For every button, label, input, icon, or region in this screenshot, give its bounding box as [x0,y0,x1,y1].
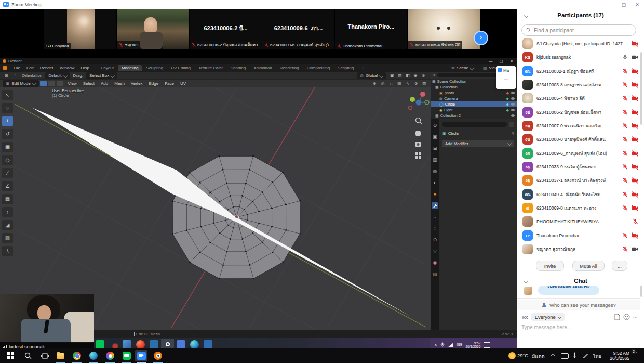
visibility-eye-icon[interactable] [511,114,515,117]
tool-settings-icon[interactable]: ▨ [397,73,403,79]
properties-tab-icon[interactable]: ◌ [432,225,438,232]
properties-options-icon[interactable] [509,122,514,127]
mic-muted-icon[interactable] [622,177,628,184]
tab-shading[interactable]: Shading [227,65,249,71]
participant-row[interactable]: 623410003-8 เจษฎาพร แสงสีงาม [517,78,640,92]
viewport-tool-button[interactable]: ↺ [2,129,13,139]
visibility-eye-icon[interactable] [511,103,515,106]
mic-muted-icon[interactable] [622,123,628,129]
pen-icon[interactable] [583,353,589,359]
camera-on-icon[interactable] [632,246,638,252]
video-tile[interactable]: ชญาดา สุธาวณิชกุล [117,9,190,49]
blender-close-button[interactable]: ✕ [506,59,517,63]
properties-tab-icon[interactable]: ▨ [432,271,438,278]
viewport-tool-button[interactable]: ↑ [2,207,13,217]
viewport-menu-select[interactable]: Select [80,81,98,86]
mic-muted-icon[interactable] [622,232,628,239]
viewport-tool-button[interactable]: ◇ [2,155,13,165]
outliner-mode-icon[interactable]: ≡ [433,73,435,77]
viewport-header-icon[interactable]: ∩ [388,81,394,86]
tray-expand-icon[interactable] [551,354,555,358]
viewport-tool-button[interactable]: ↖ [2,90,13,100]
menu-window[interactable]: Window [57,66,77,70]
menu-render[interactable]: Render [37,66,57,70]
add-modifier-dropdown[interactable]: Add Modifier [442,140,514,147]
properties-tab-icon[interactable]: ▽ [432,248,438,255]
mic-muted-icon[interactable] [622,136,628,142]
pivot-icon[interactable]: ⁘ [12,73,19,79]
properties-tab-icon[interactable]: ■ [432,191,438,198]
properties-tab-icon[interactable]: ⊟ [432,145,438,152]
orientation-icon[interactable]: ⊞ [3,73,9,79]
viewport-tool-button[interactable]: ▥ [2,233,13,243]
participant-row[interactable]: TPThanakorn Piromchai [517,229,640,242]
camera-off-icon[interactable] [632,150,638,157]
tab-sculpting[interactable]: Sculpting [142,65,167,71]
file-attach-icon[interactable] [614,314,620,320]
visibility-eye-icon[interactable] [511,92,515,94]
mic-muted-icon[interactable] [622,246,628,252]
participant-search-input[interactable]: Find a participant [521,24,636,36]
mic-muted-icon[interactable] [622,205,628,211]
tool-settings-icon[interactable]: ⊙ [420,73,426,79]
properties-tab-icon[interactable]: ◍ [432,168,438,175]
viewport-menu-vertex[interactable]: Vertex [128,81,146,86]
camera-off-icon[interactable] [632,68,638,74]
tab-scripting[interactable]: Scripting [334,65,357,71]
tool-settings-icon[interactable]: ◧ [405,73,411,79]
camera-off-icon[interactable] [632,41,638,47]
maximize-button[interactable]: ▢ [617,2,630,7]
outliner-item-photo[interactable]: ▣photo◆ [431,90,517,96]
camera-off-icon[interactable] [632,232,638,239]
mic-muted-icon[interactable] [622,68,628,74]
chrome-icon[interactable] [71,350,83,361]
mute-all-button[interactable]: Mute All [572,261,605,271]
participant-row[interactable]: ชญาดา สุธาวณิชกุล [517,242,640,256]
viewport-header-icon[interactable]: ▦ [396,81,403,86]
presenter-tray-chevron-icon[interactable]: ∧ [434,343,437,347]
viewport-menu-edge[interactable]: Edge [146,81,162,86]
outliner-item-light[interactable]: ◉Light◆ [431,107,517,113]
scene-selector[interactable]: ⧉Scene [449,64,477,71]
camera-on-icon[interactable] [632,54,638,60]
mic-muted-icon[interactable] [622,82,628,88]
video-tile[interactable]: 623410005-4 พิชาพร ลีดี [408,9,480,49]
participant-row[interactable]: 6ณ623410049-4_ณัฐดนัย วินทะไชย [517,188,640,201]
participants-more-button[interactable]: ... [612,261,627,271]
participant-row[interactable]: 6ภ623410009-6_ภาณุพงษ์ สุขส่ง (โอม) [517,147,640,160]
vertex-select-button[interactable] [40,81,47,86]
participant-row[interactable]: 6น623410008-8 นายพุฒิพงศ์ ศักดิ์แสน [517,133,640,146]
edge-select-button[interactable] [48,81,55,86]
tab-layout[interactable]: Layout [98,65,117,71]
menu-file[interactable]: File [10,66,23,70]
face-select-button[interactable] [57,81,63,86]
viewport-tool-button[interactable]: ◌ [2,103,13,113]
photos-app-icon[interactable] [104,350,116,361]
tab-rendering[interactable]: Rendering [276,65,303,71]
mic-muted-icon[interactable] [622,164,628,170]
viewport-tool-button[interactable]: ∖ [2,246,13,256]
participant-row[interactable]: 6อ623410037-1 อลงกรณ์ ประดิษฐวงษ์ [517,174,640,187]
properties-tab-icon[interactable]: ⊝ [432,237,438,243]
chat-more-button[interactable]: ⋯ [633,314,638,320]
mic-muted-icon[interactable] [622,150,628,157]
menu-help[interactable]: Help [77,66,92,70]
viewport-header-icon[interactable]: ∿ [405,81,411,86]
outliner-item-circle[interactable]: ◯Circle◆ [431,101,517,107]
video-tile[interactable]: Thanakorn Piro...Thanakorn Piromchai [335,9,408,49]
participant-row[interactable]: 6พ623410007-0 พรรณนิภา ผลเจริญ [517,119,640,133]
weather-icon[interactable] [506,350,518,361]
participant-row[interactable]: 6ณ6234100032-1 ณัฎฐา ช้อนศรี [517,64,640,78]
close-button[interactable]: ✕ [630,2,644,7]
video-tile[interactable]: 623410009-6_ภา...623410009-6_ภาณุพงษ์ สุ… [262,9,335,49]
pin-icon[interactable]: ⊽ [512,132,514,136]
participant-row[interactable]: 6ป623410006-2 ปัญจพล อ่อนเม็ดหา [517,106,640,119]
blender-taskbar-icon[interactable] [152,350,164,361]
taskbar-search-icon[interactable] [22,350,34,361]
chat-message-bubble[interactable]: เปิดกล้องด้วยนะคะ [538,286,599,295]
invite-button[interactable]: Invite [536,261,564,271]
viewport-tool-button[interactable]: ∠ [2,181,13,191]
participant-row[interactable]: SJ Chayada (Host, me, participant ID: 14… [517,37,640,50]
blender-maximize-button[interactable]: ▢ [496,59,506,63]
recipient-dropdown[interactable]: Everyone [531,313,565,321]
